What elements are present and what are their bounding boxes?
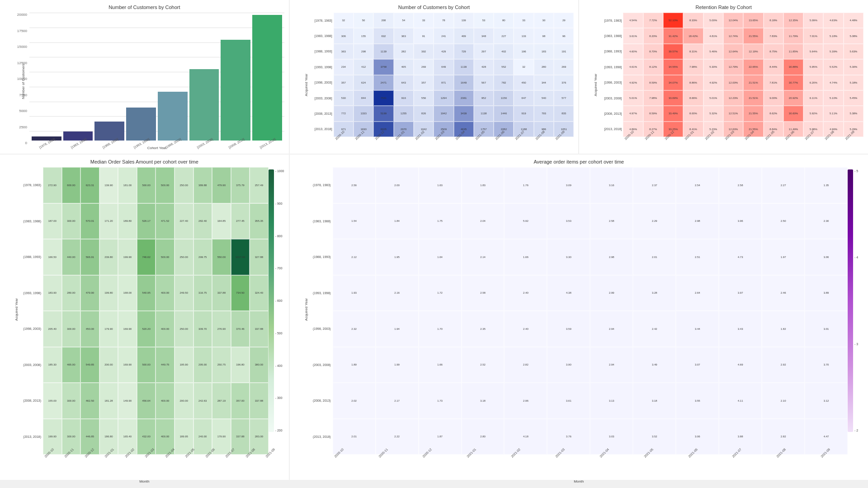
- heatmap-cell: 2.02: [333, 383, 376, 419]
- heatmap-row-label: (1988, 1993): [301, 255, 331, 258]
- heatmap-row: 4.61%8.12%34.55%7.98%5.30%12.79%22.65%8.…: [623, 59, 863, 75]
- heatmap-cell: 2.17: [376, 383, 419, 419]
- heatmap-cell: 2.30: [805, 203, 848, 239]
- heatmap-cell: 1.73: [419, 383, 462, 419]
- heatmap-cell: 32: [334, 13, 354, 28]
- heatmap-cell: 1942: [434, 106, 453, 121]
- heatmap-cell: 12.04%: [723, 13, 743, 28]
- heatmap-row: 2.321.941.702.352.403.592.942.423.443.43…: [333, 311, 848, 347]
- heatmap-cell: 200.00: [175, 383, 193, 419]
- heatmap-cell: 282.40: [193, 203, 212, 239]
- heatmap-cell: 1.84: [376, 203, 419, 239]
- heatmap-cell: 4.48%: [844, 13, 863, 28]
- heatmap-cell: 2.58: [719, 167, 762, 203]
- heatmap-row-label: (1983, 1988): [301, 220, 331, 223]
- heatmap-cell: 2.54: [676, 167, 719, 203]
- heatmap-cell: 2.40: [504, 275, 547, 311]
- heatmap-row: 1.891.991.662.522.823.902.943.493.074.69…: [333, 347, 848, 383]
- heatmap-cell: 2.98: [676, 203, 719, 239]
- heatmap-cell: 21.55%: [743, 28, 763, 43]
- heatmap-cell: 20.92%: [783, 90, 803, 106]
- heatmap-cell: 300.00: [62, 311, 81, 347]
- heatmap-cell: 8.00%: [683, 106, 703, 121]
- heatmap-cell: 12.64%: [723, 44, 743, 59]
- heatmap-cell: 4.73: [719, 239, 762, 275]
- heatmap-cell: 400.00: [156, 311, 175, 347]
- heatmap-cell: 7561: [373, 90, 393, 106]
- heatmap-row: 2.022.171.733.182.963.613.133.183.554.11…: [333, 383, 848, 419]
- heatmap-cell: 5.10%: [823, 90, 843, 106]
- heatmap-cell: 269: [554, 59, 574, 75]
- heatmap-ylabel: Acquired Year: [594, 74, 598, 96]
- heatmap-cell: 7.72%: [643, 13, 663, 28]
- heatmap-cell: 1.75: [419, 203, 462, 239]
- heatmap-cell: 139: [454, 13, 474, 28]
- heatmap-cell: 186.80: [99, 419, 118, 455]
- heatmap-cell: 3.28: [633, 275, 676, 311]
- heatmap-row: 4.60%8.70%39.57%8.31%5.46%12.64%12.19%8.…: [623, 44, 863, 59]
- heatmap-cell: 300.00: [62, 203, 81, 239]
- heatmap-cell: 566.91: [80, 239, 99, 275]
- bar: [189, 69, 219, 141]
- heatmap-row: 35762424716433578711649567782450344376: [334, 75, 574, 90]
- heatmap-cell: 624: [354, 75, 373, 90]
- heatmap-cell: 8.70%: [643, 44, 663, 59]
- heatmap-row: 205.40300.00450.00179.90169.90520.20400.…: [43, 311, 269, 347]
- heatmap-cell: 169.90: [118, 311, 137, 347]
- heatmap-cell: 316.75: [193, 275, 212, 311]
- heatmap-cell: 3.90: [547, 347, 590, 383]
- heatmap-row: 32502085433781395380333029: [334, 13, 574, 28]
- heatmap-cell: 7.01%: [803, 28, 823, 43]
- heatmap-cell: 3.18: [462, 383, 505, 419]
- heatmap-cell: 149.90: [118, 383, 137, 419]
- heatmap-cell: 181.28: [99, 383, 118, 419]
- heatmap-cell: 4.61%: [623, 59, 643, 75]
- heatmap-cell: 8.59%: [643, 106, 663, 121]
- heatmap-row: 187.00300.00570.01171.20189.80526.17471.…: [43, 203, 269, 239]
- heatmap-cell: 409: [454, 28, 474, 43]
- heatmap-cell: 570.01: [80, 203, 99, 239]
- heatmap-row: 2.012.221.872.804.183.763.033.523.063.88…: [333, 419, 848, 455]
- heatmap-cell: 12.51%: [723, 106, 743, 121]
- bar-group: [1993, 1998]: [126, 15, 156, 145]
- heatmap-cell: 12.23%: [723, 90, 743, 106]
- heatmap-cell: 8.12%: [643, 59, 663, 75]
- bar-group: [1998, 2003]: [158, 15, 188, 145]
- heatmap-cell: 428: [474, 59, 494, 75]
- heatmap-cell: 500.00: [137, 347, 156, 383]
- heatmap-cell: 4.60%: [623, 44, 643, 59]
- heatmap-cell: 34.55%: [663, 59, 683, 75]
- heatmap-avgitems-title: Average order items per cohort over time: [294, 159, 863, 164]
- heatmap-cell: 500.00: [156, 239, 175, 275]
- heatmap-cell: 5.30%: [844, 59, 863, 75]
- heatmap-cell: 155: [354, 28, 373, 43]
- heatmap-cell: 540: [534, 90, 554, 106]
- heatmap-cell: 7.98%: [643, 90, 663, 106]
- heatmap-cell: 5.63%: [844, 44, 863, 59]
- colorbar-tick: - 800: [275, 235, 284, 238]
- colorbar-tick: - 1000: [275, 169, 284, 173]
- heatmap-cell: 4.97%: [623, 106, 643, 121]
- colorbar-tick: - 2: [854, 429, 858, 432]
- bar: [94, 122, 124, 141]
- heatmap-cell: 844: [354, 90, 373, 106]
- heatmap-row-label: (2003, 2008): [301, 363, 331, 366]
- heatmap-cell: 3.30: [547, 239, 590, 275]
- heatmap-cell: 380.00: [250, 347, 269, 383]
- heatmap-cell: 200.00: [99, 347, 118, 383]
- heatmap-cell: 2.98: [590, 239, 633, 275]
- bar-group: [1978, 1983]: [32, 15, 61, 145]
- heatmap-cell: 277.45: [231, 203, 250, 239]
- heatmap-cell: 772: [334, 106, 354, 121]
- heatmap-cell: 4.38: [547, 275, 590, 311]
- heatmap-row: 2.562.001.631.831.763.093.162.372.542.58…: [333, 167, 848, 203]
- heatmap-cell: 31.42%: [663, 28, 683, 43]
- heatmap-cell: 1138: [474, 106, 494, 121]
- heatmap-cell: 11.79%: [783, 28, 803, 43]
- bar-ytick: 2500: [19, 125, 27, 129]
- colorbar-gradient: [848, 169, 853, 432]
- bar: [221, 40, 250, 141]
- heatmap-cell: 12.79%: [723, 59, 743, 75]
- heatmap-cell: 746.62: [137, 239, 156, 275]
- heatmap-cell: 1.82: [762, 311, 805, 347]
